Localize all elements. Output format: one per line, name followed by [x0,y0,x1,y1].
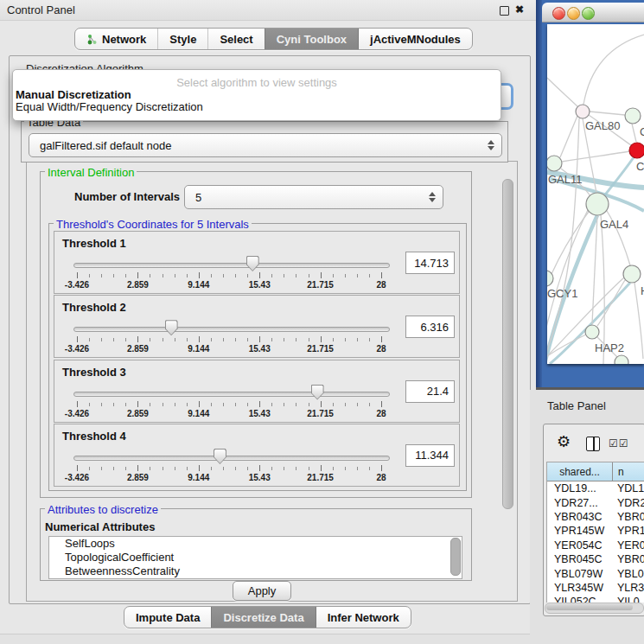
network-node[interactable] [625,108,641,124]
slider-track[interactable] [73,263,390,268]
horizontal-scrollbar-thumb[interactable] [546,604,633,610]
columns-icon[interactable] [586,437,600,451]
tick-label: -3.426 [65,409,89,418]
tick-major [77,272,78,278]
tick-label: 2.859 [127,473,149,482]
tab-cyni-toolbox[interactable]: Cyni Toolbox [265,29,358,49]
tick-major [259,336,260,342]
slider-track[interactable] [73,392,390,397]
table-row[interactable]: YPR145WYPR1 [547,524,644,538]
horizontal-scrollbar[interactable] [545,603,644,614]
tab-impute-data[interactable]: Impute Data [124,607,211,628]
table-row[interactable]: YBR045CYBR0 [547,552,644,566]
tick-minor [163,274,163,277]
table-row[interactable]: YBL079WYBL0 [547,566,644,580]
tick-minor [247,403,248,406]
table-row[interactable]: YLR345WYLR3 [547,581,644,595]
number-of-intervals-combo[interactable]: 5 [184,185,443,209]
network-node[interactable] [547,156,562,171]
table-data-combo-value: galFiltered.sif default node [29,139,487,152]
tick-label: 2.859 [127,280,149,290]
gear-icon[interactable]: ⚙ [557,432,571,451]
network-node[interactable] [586,193,609,215]
table-data-combo[interactable]: galFiltered.sif default node [29,133,502,157]
tab-label: Select [220,33,252,46]
tick-major [321,272,322,278]
algorithm-option[interactable]: Equal Width/Frequency Discretization [13,101,501,113]
tick-minor [101,403,102,406]
tick-label: 28 [376,344,386,354]
threshold-item: Threshold 1-3.4262.8599.14415.4321.71528… [54,231,460,294]
tab-network[interactable]: Network [75,29,157,49]
zoom-traffic-light-icon[interactable] [582,7,595,20]
tab-select[interactable]: Select [207,29,264,49]
network-node[interactable] [629,143,644,158]
table-rows: YDL19...YDL1YDR27...YDR2YBR043CYBR0YPR14… [547,481,644,609]
tick-major [381,272,382,278]
cell-shared-name: YLR345W [547,582,617,594]
network-node[interactable] [576,105,590,118]
threshold-value-field[interactable]: 6.316 [405,316,455,338]
vertical-scrollbar[interactable] [502,179,513,509]
tick-minor [247,467,248,470]
tab-discretize-data[interactable]: Discretize Data [211,607,315,628]
tick-major [199,272,200,278]
network-node[interactable] [585,325,599,339]
tab-style[interactable]: Style [157,29,207,49]
tick-label: 21.715 [307,344,334,354]
cell-shared-name: YDL19... [547,482,617,494]
attribute-item[interactable]: TopologicalCoefficient [49,551,462,564]
threshold-value-field[interactable]: 21.4 [405,380,455,403]
network-node[interactable] [623,265,641,283]
table-row[interactable]: YER054CYER0 [547,539,644,552]
attribute-item[interactable]: SelfLoops [49,537,462,551]
slider-thumb-face [247,257,258,271]
thresholds-group-title: Threshold's Coordinates for 5 Intervals [54,218,252,231]
table-row[interactable]: YDL19...YDL1 [547,481,644,495]
column-header-2[interactable]: n [613,462,644,481]
column-header-1[interactable]: shared... [547,462,613,481]
network-edge [590,112,625,115]
tick-minor [187,403,188,406]
threshold-value-field[interactable]: 11.344 [405,444,455,467]
slider-thumb[interactable] [311,385,324,400]
tab-jactivemnodules[interactable]: jActiveMNodules [358,29,472,49]
slider-thumb[interactable] [165,320,178,335]
table-row[interactable]: YDR27...YDR2 [547,495,644,509]
table-row[interactable]: YBR043CYBR0 [547,510,644,524]
tab-label: Infer Network [328,611,399,624]
attribute-item[interactable]: BetweennessCentrality [49,564,462,578]
slider-thumb[interactable] [214,449,226,464]
numerical-attributes-list: SelfLoopsTopologicalCoefficientBetweenne… [48,536,462,579]
tick-minor [333,274,334,277]
slider-track[interactable] [73,456,390,461]
tick-minor [175,338,175,341]
tick-label: 15.43 [249,280,271,290]
close-icon[interactable]: ✖ [515,3,524,16]
tick-minor [271,403,272,406]
checkbox-icons[interactable]: ☑☑ [609,437,629,450]
number-of-intervals-value: 5 [185,191,428,204]
algorithm-option[interactable]: Manual Discretization [13,89,501,101]
tick-major [321,336,322,342]
tab-label: Discretize Data [223,611,303,624]
tick-major [77,465,78,471]
apply-button[interactable]: Apply [233,581,291,601]
tab-infer-network[interactable]: Infer Network [316,607,411,628]
tick-major [381,465,382,471]
interval-definition-title: Interval Definition [45,166,137,179]
tick-minor [89,467,90,470]
threshold-value-field[interactable]: 14.713 [405,252,455,274]
slider-thumb[interactable] [246,256,259,271]
tick-minor [235,467,236,470]
float-window-icon[interactable] [500,6,509,16]
attributes-list-scrollbar[interactable] [450,538,461,576]
network-canvas[interactable]: GAL80GACGAL11GAL4GCY1HHAP2 [547,24,644,364]
tick-label: 2.859 [127,344,149,354]
close-traffic-light-icon[interactable] [552,7,565,20]
tick-minor [333,467,334,470]
slider-track[interactable] [73,327,390,332]
network-node[interactable] [615,355,628,364]
minimize-traffic-light-icon[interactable] [567,7,580,20]
tick-major [381,401,382,407]
